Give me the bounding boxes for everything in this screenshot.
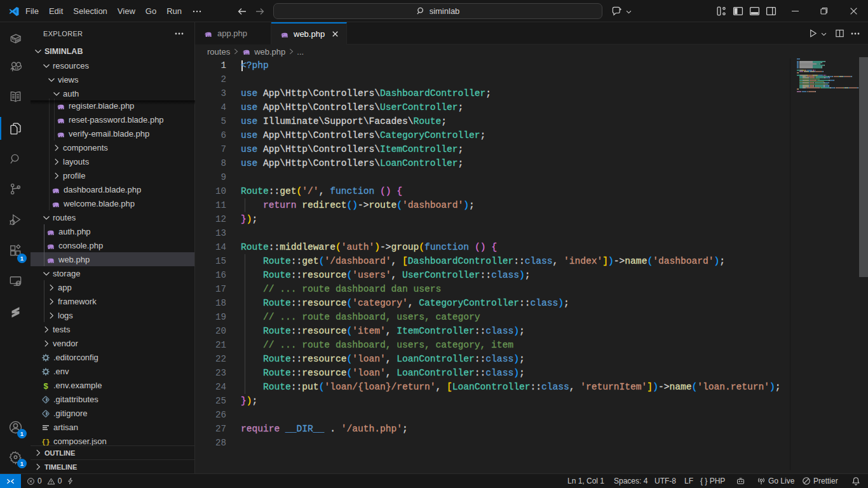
svg-text:$: $ xyxy=(43,381,48,390)
svg-text:{}: {} xyxy=(41,438,50,446)
